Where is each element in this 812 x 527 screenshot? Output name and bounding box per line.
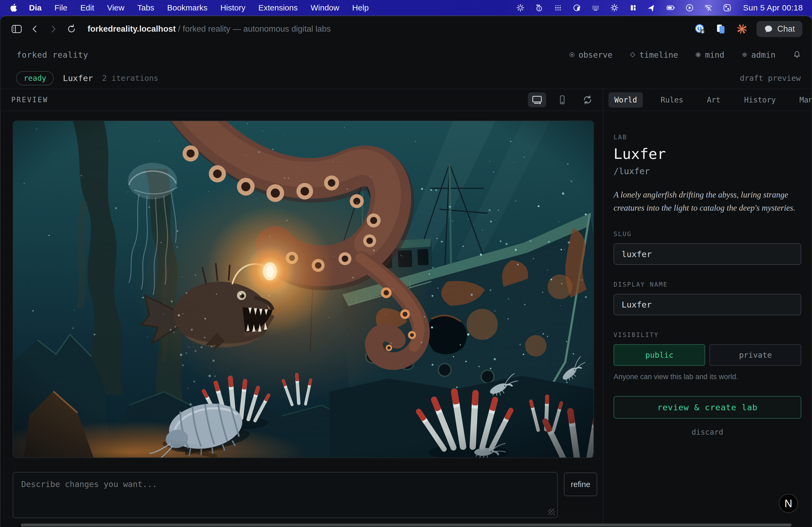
rotation-lock-icon[interactable]	[572, 3, 581, 12]
status-iterations: 2 iterations	[102, 74, 158, 82]
status-lab-name: Luxfer	[63, 73, 93, 83]
menu-view[interactable]: View	[107, 3, 124, 12]
chat-button[interactable]: Chat	[756, 21, 802, 37]
target-icon	[569, 52, 575, 58]
slug-input[interactable]	[613, 243, 801, 265]
menu-bookmarks[interactable]: Bookmarks	[167, 3, 207, 12]
panel-tabs: World Rules Art History Manifest	[603, 89, 811, 110]
lab-slug-path: /luxfer	[613, 166, 801, 176]
section-band: PREVIEW World Rules Art History Manifest	[1, 89, 811, 111]
password-manager-icon[interactable]	[694, 22, 707, 35]
lab-section-label: LAB	[613, 134, 801, 140]
menu-window[interactable]: Window	[311, 3, 339, 12]
refine-prompt-input[interactable]	[13, 472, 558, 518]
content: refine LAB Luxfer /luxfer A lonely angle…	[1, 111, 811, 526]
tab-rules[interactable]: Rules	[655, 92, 689, 108]
monitor-icon	[531, 94, 543, 105]
world-preview-image	[13, 120, 594, 458]
nav-timeline[interactable]: timeline	[630, 50, 678, 60]
horizontal-scrollbar[interactable]	[21, 524, 792, 526]
visibility-toggle: public private	[613, 344, 801, 366]
refine-button[interactable]: refine	[564, 472, 597, 496]
status-badge: ready	[16, 71, 54, 85]
desktop-view-toggle[interactable]	[528, 92, 546, 107]
slug-label: SLUG	[613, 230, 801, 238]
control-center-icon[interactable]	[723, 3, 732, 12]
display-name-label: DISPLAY NAME	[613, 281, 801, 288]
nav-mind[interactable]: mind	[695, 50, 724, 60]
back-icon[interactable]	[28, 22, 42, 36]
phone-icon	[556, 94, 568, 105]
review-create-lab-button[interactable]: review & create lab	[613, 396, 801, 419]
nav-admin[interactable]: admin	[742, 50, 775, 60]
site-nav: observe timeline mind admin	[569, 50, 802, 60]
chat-bubble-icon	[764, 25, 773, 33]
battery-icon[interactable]	[666, 3, 675, 12]
diamond-icon	[630, 52, 636, 58]
reload-icon[interactable]	[64, 22, 78, 36]
location-icon[interactable]	[648, 3, 656, 12]
refresh-preview-button[interactable]	[578, 92, 597, 107]
toolbar-extensions: Chat	[694, 21, 802, 37]
preview-art-svg	[13, 121, 593, 457]
visibility-public-button[interactable]: public	[613, 344, 706, 366]
menu-extensions[interactable]: Extensions	[258, 3, 298, 12]
menu-clock[interactable]: Sun 5 Apr 00:18	[743, 3, 803, 12]
keyboard-icon[interactable]	[591, 3, 600, 12]
url-page-title: / forked reality — autonomous digital la…	[176, 24, 331, 34]
clipboard-copy-icon[interactable]	[714, 22, 727, 35]
browser-toolbar: forkedreality.localhost / forked reality…	[1, 16, 811, 42]
draft-preview-label: draft preview	[740, 74, 801, 82]
tab-art[interactable]: Art	[701, 92, 727, 108]
docker-alert-icon[interactable]	[535, 3, 544, 12]
nav-observe[interactable]: observe	[569, 50, 612, 60]
address-bar[interactable]: forkedreality.localhost / forked reality…	[88, 24, 331, 34]
preview-band: PREVIEW	[1, 89, 603, 110]
display-name-input[interactable]	[613, 294, 801, 315]
brand[interactable]: forked reality	[17, 50, 88, 60]
menu-app-name[interactable]: Dia	[29, 3, 42, 12]
tab-history[interactable]: History	[738, 92, 782, 108]
visibility-label: VISIBILITY	[613, 331, 801, 338]
textarea-resize-handle[interactable]	[548, 509, 555, 515]
sidebar-toggle-icon[interactable]	[10, 22, 24, 36]
wifi-off-icon[interactable]	[704, 3, 713, 12]
visibility-private-button[interactable]: private	[709, 344, 801, 366]
lab-title: Luxfer	[613, 146, 801, 162]
menu-help[interactable]: Help	[352, 3, 369, 12]
macos-menu-bar: Dia File Edit View Tabs Bookmarks Histor…	[0, 0, 812, 16]
dot-icon	[695, 52, 701, 58]
menu-status-area: Sun 5 Apr 00:18	[516, 3, 803, 12]
menu-items: Dia File Edit View Tabs Bookmarks Histor…	[29, 3, 369, 12]
site-header: forked reality observe timeline mind adm…	[1, 42, 811, 67]
preview-label: PREVIEW	[11, 96, 48, 104]
brightness-icon[interactable]	[610, 3, 619, 12]
play-circle-icon[interactable]	[685, 3, 694, 12]
chat-label: Chat	[777, 24, 795, 34]
menu-edit[interactable]: Edit	[80, 3, 94, 12]
notifications-bell-icon[interactable]	[793, 50, 802, 59]
refresh-icon	[582, 94, 593, 105]
tab-world[interactable]: World	[608, 92, 643, 108]
mobile-view-toggle[interactable]	[553, 92, 571, 107]
menu-file[interactable]: File	[55, 3, 68, 12]
starburst-extension-icon[interactable]	[736, 22, 748, 35]
browser-window: forkedreality.localhost / forked reality…	[0, 16, 812, 527]
menu-tabs[interactable]: Tabs	[137, 3, 154, 12]
lab-description: A lonely anglerfish drifting the abyss, …	[613, 188, 801, 214]
apple-logo-icon[interactable]	[9, 2, 18, 13]
app-grid-icon[interactable]	[553, 3, 563, 12]
nextjs-dev-badge[interactable]: N	[779, 494, 798, 513]
window-tiling-icon[interactable]	[628, 3, 638, 12]
raycast-icon[interactable]	[516, 3, 525, 12]
discard-link[interactable]: discard	[613, 428, 801, 437]
gear-icon	[742, 52, 748, 58]
visibility-caption: Anyone can view this lab and its world.	[613, 373, 801, 381]
lab-status-bar: ready Luxfer 2 iterations draft preview	[1, 67, 811, 89]
menu-history[interactable]: History	[220, 3, 245, 12]
forward-icon[interactable]	[46, 22, 60, 36]
tab-manifest[interactable]: Manifest	[794, 92, 812, 108]
lab-settings-panel: LAB Luxfer /luxfer A lonely anglerfish d…	[603, 111, 811, 526]
preview-pane: refine	[1, 111, 603, 526]
device-toggle-group	[528, 92, 597, 107]
